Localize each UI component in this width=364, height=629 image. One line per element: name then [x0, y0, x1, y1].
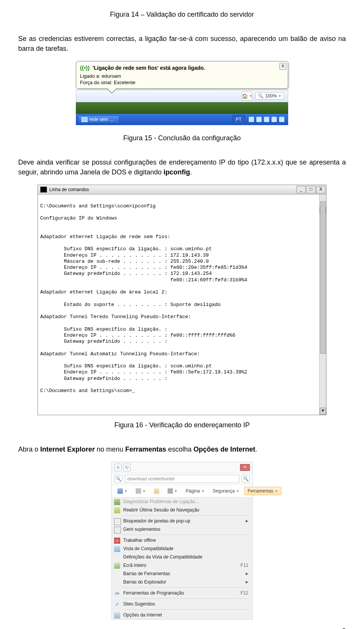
menu-item-fullscreen[interactable]: Ecrã inteiro F11 — [112, 561, 252, 569]
minimize-button[interactable]: _ — [297, 186, 306, 193]
taskbar-network-label: rede sem … — [89, 117, 114, 122]
menu-item-label: Gerir suplementos — [123, 527, 160, 532]
paragraph-3: Abra o Internet Explorer no menu Ferrame… — [18, 444, 346, 454]
home-icon — [118, 488, 123, 494]
menu-item-label: Barras do Explorador — [123, 579, 166, 585]
menu-separator — [122, 515, 250, 516]
tray-icon[interactable] — [279, 117, 284, 122]
search-provider-icon[interactable]: 🔍 — [114, 475, 122, 483]
submenu-arrow-icon: ▶ — [246, 580, 248, 584]
addons-icon — [114, 527, 121, 533]
menu-item-label: Ferramentas de Programação — [123, 590, 184, 596]
balloon-title-text: 'Ligação de rede sem fios' está agora li… — [93, 65, 205, 71]
maximize-button[interactable]: □ — [306, 186, 315, 193]
menu-item-shortcut: F12 — [231, 590, 248, 596]
tray-icon[interactable] — [249, 117, 254, 122]
fullscreen-icon — [114, 563, 120, 569]
tray-icon[interactable] — [271, 117, 277, 122]
reopen-icon — [114, 507, 120, 513]
menu-item-internet-options[interactable]: Opções da Internet — [112, 611, 252, 619]
home-icon: 🏠 — [242, 93, 248, 99]
cmd-window: Linha de comandos _ □ X C:\Documents and… — [38, 185, 326, 415]
print-icon — [168, 488, 173, 494]
paragraph-2-end: . — [190, 168, 192, 176]
tools-menu-button[interactable]: Ferramentas▼ — [244, 487, 281, 495]
scroll-thumb[interactable] — [320, 201, 326, 354]
stop-button[interactable]: ✕ — [114, 464, 122, 471]
p3-g: . — [255, 445, 257, 453]
close-button[interactable]: X — [316, 186, 325, 193]
system-tray — [245, 117, 288, 122]
menu-item-suggested-sites[interactable]: ✓ Sites Sugeridos — [112, 600, 252, 608]
cmd-title-text: Linha de comandos — [49, 187, 89, 192]
figure-16-caption: Figura 16 - Verificação do endereçamento… — [18, 421, 346, 429]
menu-item-reopen-session[interactable]: Reabrir Última Sessão de Navegação — [112, 506, 252, 514]
menu-item-diagnose: Diagnosticar Problemas de Ligação… — [112, 497, 252, 506]
rss-icon — [136, 488, 141, 494]
paragraph-2: Deve ainda verificar se possui configura… — [18, 157, 346, 177]
tray-icon[interactable] — [256, 117, 262, 122]
taskbar-network-button[interactable]: rede sem … — [78, 115, 119, 124]
balloon-close-button[interactable]: X — [279, 63, 286, 70]
cmd-scrollbar[interactable]: ▲ ▼ — [319, 195, 326, 415]
chevron-down-icon: ▼ — [249, 94, 252, 98]
search-go-button[interactable]: 🔍 — [242, 475, 250, 483]
network-balloon: X ((•)) 'Ligação de rede sem fios' está … — [76, 61, 288, 89]
menu-item-label: Definições da Vista de Compatibilidade — [123, 554, 202, 560]
cmd-titlebar: Linha de comandos _ □ X — [38, 185, 326, 195]
options-icon — [114, 612, 120, 618]
menu-item-popup-blocker[interactable]: Bloqueador de janelas de pop-up ▶ — [112, 517, 252, 525]
desktop-background-strip — [76, 102, 288, 114]
page-number: 8 — [18, 627, 346, 629]
tools-label: Ferramentas — [248, 488, 273, 494]
ipconfig-keyword: ipconfig — [163, 168, 190, 176]
ie-titlebar-fragment: ✕ ↻ ✕ — [112, 462, 252, 473]
mail-icon — [154, 488, 159, 494]
page-menu-button[interactable]: Página▼ — [182, 487, 208, 495]
ie-window-fragment: ✕ ↻ ✕ 🔍 🔍 ▼ ▼ ▼ Página▼ Segurança▼ Ferra… — [111, 462, 253, 620]
window-close-button[interactable]: ✕ — [240, 464, 250, 471]
menu-item-work-offline[interactable]: Trabalhar offline — [112, 536, 252, 544]
menu-item-developer-tools[interactable]: <> Ferramentas de Programação F12 — [112, 589, 252, 597]
menu-item-manage-addons[interactable]: Gerir suplementos — [112, 525, 252, 533]
tray-icon[interactable] — [264, 117, 269, 122]
read-mail-button[interactable] — [151, 487, 163, 495]
figure-14-caption: Figura 14 – Validação do certificado do … — [18, 11, 346, 19]
submenu-arrow-icon: ▶ — [246, 572, 248, 576]
feeds-button[interactable]: ▼ — [132, 487, 149, 495]
menu-item-toolbars[interactable]: Barras de Ferramentas ▶ — [112, 569, 252, 578]
menu-separator — [122, 535, 250, 535]
ie-command-bar: ▼ ▼ ▼ Página▼ Segurança▼ Ferramentas▼ — [112, 485, 252, 497]
magnifier-icon: 🔍 — [258, 93, 264, 99]
scroll-down-icon[interactable]: ▼ — [320, 408, 326, 415]
menu-item-label: Vista de Compatibilidade — [123, 546, 174, 551]
refresh-button[interactable]: ↻ — [123, 464, 131, 471]
cmd-icon — [40, 187, 47, 193]
menu-item-compat-settings[interactable]: Definições da Vista de Compatibilidade — [112, 553, 252, 561]
menu-item-compat-view[interactable]: Vista de Compatibilidade — [112, 544, 252, 553]
home-split-button[interactable]: 🏠 ▼ — [242, 91, 252, 100]
print-button[interactable]: ▼ — [164, 487, 181, 495]
tools-dropdown-menu: Diagnosticar Problemas de Ligação… Reabr… — [112, 497, 252, 619]
network-monitor-icon — [82, 117, 88, 122]
ie-search-bar: 🔍 🔍 — [112, 473, 252, 485]
figure-15: X ((•)) 'Ligação de rede sem fios' está … — [76, 61, 288, 125]
menu-item-explorer-bars[interactable]: Barras do Explorador ▶ — [112, 578, 252, 586]
cmd-output[interactable]: C:\Documents and Settings\scom>ipconfig … — [38, 195, 326, 415]
p3-ferramentas: Ferramentas — [125, 445, 166, 453]
safety-menu-button[interactable]: Segurança▼ — [209, 487, 243, 495]
language-indicator[interactable]: PT — [232, 115, 245, 124]
menu-item-label: Opções da Internet — [123, 612, 162, 618]
balloon-connected-label: Ligado a: — [80, 73, 100, 79]
home-button[interactable]: ▼ — [114, 487, 131, 495]
page-label: Página — [186, 488, 200, 494]
menu-item-label: Trabalhar offline — [123, 538, 156, 543]
balloon-signal-label: Força do sinal: — [80, 80, 112, 85]
search-input[interactable] — [125, 475, 239, 483]
p3-opcoes: Opções de Internet — [193, 445, 255, 453]
menu-separator — [122, 598, 250, 599]
popup-icon — [114, 518, 121, 525]
menu-item-label: Sites Sugeridos — [123, 601, 155, 607]
zoom-control[interactable]: 🔍 100% ▼ — [255, 92, 284, 100]
menu-item-label: Diagnosticar Problemas de Ligação… — [123, 499, 199, 504]
